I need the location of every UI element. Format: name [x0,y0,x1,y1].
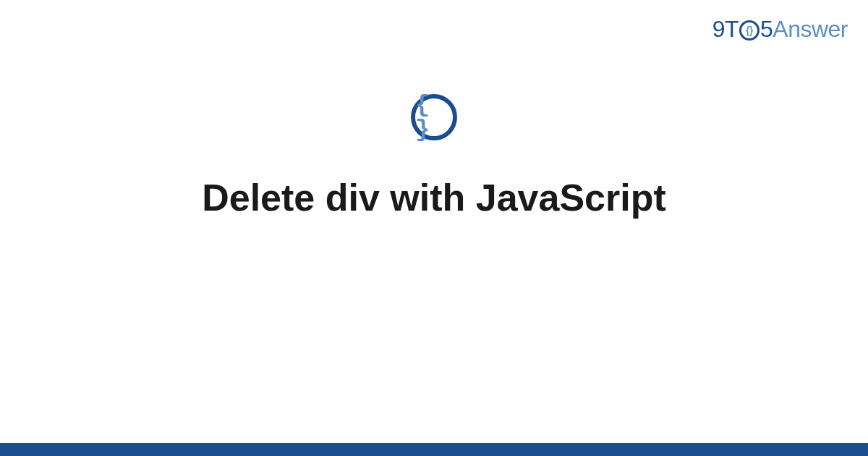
main-content: { } Delete div with JavaScript [0,94,868,220]
logo-o-circle-icon: {} [739,20,760,41]
page-title: Delete div with JavaScript [202,175,666,220]
logo-text-answer: Answer [773,16,848,43]
site-logo[interactable]: 9T {} 5 Answer [712,16,848,43]
logo-text-5: 5 [760,16,773,43]
footer-bar [0,443,868,456]
topic-circle-icon: { } [411,94,457,140]
logo-o-braces: {} [746,25,753,35]
code-braces-icon: { } [415,93,453,142]
logo-text-9t: 9T [712,16,739,43]
